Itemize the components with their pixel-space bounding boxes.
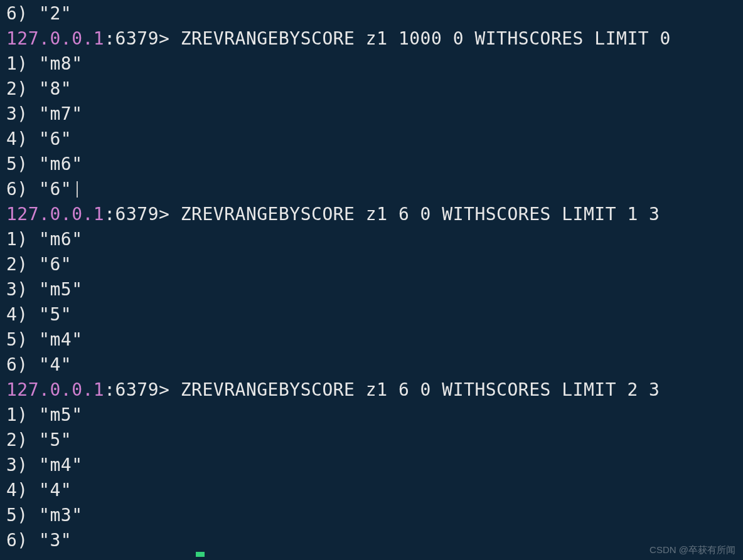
result-index: 5) (6, 329, 28, 350)
result-line: 6) "4" (6, 352, 738, 378)
result-index: 2) (6, 254, 28, 275)
result-line: 1) "m6" (6, 227, 738, 252)
result-value: "2" (39, 3, 72, 24)
prompt-port: :6379> (104, 204, 169, 225)
result-index: 4) (6, 304, 28, 325)
result-line: 4) "6" (6, 127, 738, 152)
result-line: 5) "m4" (6, 327, 738, 352)
result-index: 1) (6, 229, 28, 250)
prompt-port: :6379> (104, 379, 169, 400)
result-line: 2) "5" (6, 428, 738, 453)
result-line: 2) "8" (6, 77, 738, 102)
result-index: 2) (6, 430, 28, 450)
result-index: 4) (6, 129, 28, 149)
result-line: 5) "m6" (6, 152, 738, 177)
result-line: 4) "4" (6, 478, 738, 503)
result-index: 6) (6, 179, 28, 199)
prompt-host: 127.0.0.1 (6, 28, 104, 49)
result-value: "6" (39, 179, 72, 199)
result-index: 6) (6, 354, 28, 375)
result-line: 3) "m7" (6, 102, 738, 127)
result-index: 1) (6, 404, 28, 425)
result-index: 2) (6, 78, 28, 99)
result-value: "4" (39, 354, 72, 375)
result-line: 2) "6" (6, 252, 738, 277)
result-value: "m4" (39, 329, 82, 350)
result-value: "6" (39, 129, 72, 149)
result-line: 1) "m8" (6, 51, 738, 77)
result-value: "8" (39, 78, 72, 99)
result-index: 6) (6, 530, 28, 551)
result-line: 6) "2" (6, 1, 738, 26)
result-line: 6) "3" (6, 528, 738, 553)
block-cursor (196, 552, 205, 557)
result-value: "6" (39, 254, 72, 275)
prompt-line: 127.0.0.1:6379> ZREVRANGEBYSCORE z1 6 0 … (6, 202, 738, 227)
prompt-host: 127.0.0.1 (6, 204, 104, 225)
result-line: 3) "m5" (6, 277, 738, 302)
result-line: 6) "6" (6, 177, 738, 202)
result-index: 3) (6, 103, 28, 124)
text-cursor (77, 181, 78, 198)
terminal-output[interactable]: 6) "2"127.0.0.1:6379> ZREVRANGEBYSCORE z… (0, 0, 743, 553)
result-value: "3" (39, 530, 72, 551)
result-value: "5" (39, 430, 72, 450)
result-line: 3) "m4" (6, 453, 738, 478)
prompt-line: 127.0.0.1:6379> ZREVRANGEBYSCORE z1 6 0 … (6, 378, 738, 403)
result-value: "5" (39, 304, 72, 325)
prompt-line: 127.0.0.1:6379> ZREVRANGEBYSCORE z1 1000… (6, 26, 738, 51)
result-index: 3) (6, 455, 28, 475)
result-value: "m7" (39, 103, 82, 124)
result-line: 4) "5" (6, 302, 738, 327)
result-index: 1) (6, 53, 28, 74)
result-value: "4" (39, 480, 72, 500)
result-index: 5) (6, 154, 28, 174)
result-index: 6) (6, 3, 28, 24)
watermark: CSDN @卒获有所闻 (649, 544, 735, 556)
result-value: "m6" (39, 154, 82, 174)
command-text: ZREVRANGEBYSCORE z1 1000 0 WITHSCORES LI… (169, 28, 682, 49)
command-text: ZREVRANGEBYSCORE z1 6 0 WITHSCORES LIMIT… (169, 204, 660, 225)
result-value: "m8" (39, 53, 82, 74)
result-value: "m4" (39, 455, 82, 475)
result-value: "m6" (39, 229, 82, 250)
result-value: "m5" (39, 404, 82, 425)
result-line: 1) "m5" (6, 403, 738, 428)
prompt-host: 127.0.0.1 (6, 379, 104, 400)
result-value: "m3" (39, 505, 82, 526)
command-text: ZREVRANGEBYSCORE z1 6 0 WITHSCORES LIMIT… (169, 379, 660, 400)
result-line: 5) "m3" (6, 503, 738, 528)
result-index: 3) (6, 279, 28, 300)
result-index: 5) (6, 505, 28, 526)
result-index: 4) (6, 480, 28, 500)
result-value: "m5" (39, 279, 82, 300)
prompt-port: :6379> (104, 28, 169, 49)
